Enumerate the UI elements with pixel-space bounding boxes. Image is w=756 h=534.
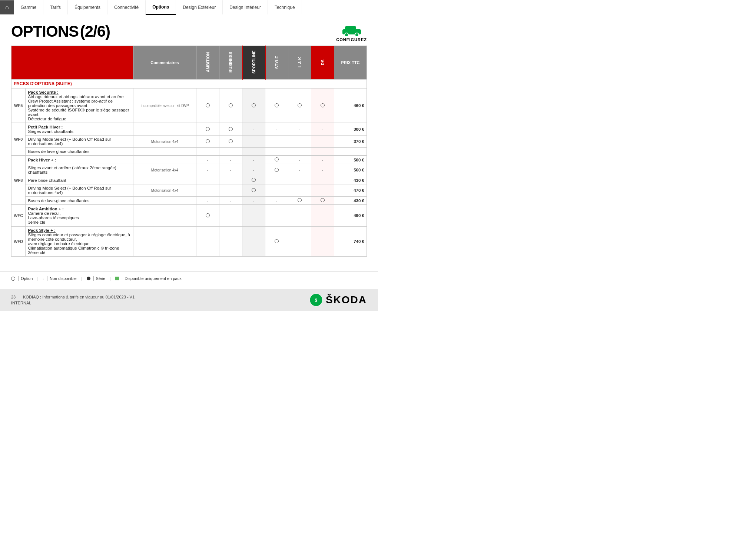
- section-title: PACKS D'OPTIONS (Suite): [11, 80, 367, 89]
- val-wfd-style: [265, 226, 288, 257]
- pack-code-wf5: WF5: [11, 88, 26, 123]
- val-wf0-2-ambition: [196, 136, 219, 148]
- pack-code-wf8: WF8: [11, 156, 26, 205]
- val-wf0-2-rs: -: [311, 136, 334, 148]
- table-row: Buses de lave-glace chauffantes - - - - …: [11, 148, 367, 156]
- table-row: WF5 Pack Sécurité : Airbags rideaux et a…: [11, 88, 367, 123]
- val-wfd-business: -: [219, 226, 242, 257]
- val-wf5-ambition: [196, 88, 219, 123]
- val-wf0-1-lk: -: [288, 123, 311, 136]
- section-header: PACKS D'OPTIONS (Suite): [11, 80, 367, 89]
- val-wf5-rs: [311, 88, 334, 123]
- home-button[interactable]: ⌂: [0, 0, 14, 14]
- pack-desc-wfc: Pack Ambition + : Caméra de recul, Lave-…: [26, 205, 133, 226]
- table-row: WFD Pack Style + : Sièges conducteur et …: [11, 226, 367, 257]
- legend-option-symbol: [11, 277, 15, 281]
- prix-wfd: 740 €: [334, 226, 367, 257]
- col-ambition: AMBITION: [196, 46, 219, 80]
- pack-desc-wfd: Pack Style + : Sièges conducteur et pass…: [26, 226, 133, 257]
- val-wfd-sportline: -: [242, 226, 265, 257]
- comment-wf0-1: [133, 123, 196, 136]
- comment-wfd: [133, 226, 196, 257]
- val-wfc-sportline: -: [242, 205, 265, 226]
- top-navigation: ⌂ Gamme Tarifs Équipements Connectivité …: [0, 0, 378, 15]
- nav-connectivite[interactable]: Connectivité: [107, 0, 146, 14]
- brand-name: ŠKODA: [326, 294, 367, 306]
- pack-code-wfd: WFD: [11, 226, 26, 257]
- val-wf0-2-sportline: -: [242, 136, 265, 148]
- pack-desc-wf5: Pack Sécurité : Airbags rideaux et airba…: [26, 88, 133, 123]
- pack-desc-wf8-1: Pack Hiver + :: [26, 156, 133, 164]
- pack-desc-wf0-1: Petit Pack Hiver : Sièges avant chauffan…: [26, 123, 133, 136]
- comment-wf0-3: [133, 148, 196, 156]
- val-wfd-ambition: -: [196, 226, 219, 257]
- val-wf5-style: [265, 88, 288, 123]
- prix-wf8-3: 430 €: [334, 176, 367, 184]
- col-lk: L & K: [288, 46, 311, 80]
- nav-technique[interactable]: Technique: [268, 0, 302, 14]
- legend-pack-label: Disponible uniquement en pack: [122, 276, 182, 281]
- val-wfc-ambition: [196, 205, 219, 226]
- page-footer: 23 KODIAQ : Informations & tarifs en vig…: [0, 289, 378, 311]
- nav-tarifs[interactable]: Tarifs: [43, 0, 68, 14]
- table-row: Driving Mode Select (+ Bouton Off Road s…: [11, 136, 367, 148]
- legend-unavailable-label: Non disponible: [47, 276, 77, 281]
- nav-equipements[interactable]: Équipements: [68, 0, 107, 14]
- pack-desc-wf8-2: Sièges avant et arrière (latéraux 2ème r…: [26, 164, 133, 176]
- svg-rect-1: [345, 26, 356, 31]
- table-row: WF8 Pack Hiver + : - - - - - 500 €: [11, 156, 367, 164]
- prix-wf8-5: 430 €: [334, 197, 367, 205]
- val-wf5-business: [219, 88, 242, 123]
- val-wf5-lk: [288, 88, 311, 123]
- col-prix: PRIX TTC: [334, 46, 367, 80]
- comment-wfc: [133, 205, 196, 226]
- svg-text:Š: Š: [315, 298, 317, 303]
- prix-wf8-1: 500 €: [334, 156, 367, 164]
- table-row: WFC Pack Ambition + : Caméra de recul, L…: [11, 205, 367, 226]
- legend-series-symbol: [87, 277, 90, 280]
- val-wf0-1-rs: -: [311, 123, 334, 136]
- footer-right: Š ŠKODA: [309, 293, 367, 307]
- legend-pack-symbol: [115, 277, 119, 280]
- home-icon: ⌂: [5, 4, 9, 11]
- val-wf0-2-style: -: [265, 136, 288, 148]
- nav-design-ext[interactable]: Design Extérieur: [176, 0, 223, 14]
- legend-unavailable-symbol: -: [43, 276, 44, 281]
- col-sportline: SPORTLINE: [242, 46, 265, 80]
- val-wfd-lk: -: [288, 226, 311, 257]
- main-content: Commentaires AMBITION BUSINESS SPORTLINE…: [0, 46, 378, 264]
- nav-design-int[interactable]: Design Intérieur: [223, 0, 268, 14]
- footer-internal: INTERNAL: [11, 301, 135, 305]
- col-style: STYLE: [265, 46, 288, 80]
- val-wf0-2-lk: -: [288, 136, 311, 148]
- comment-wf0-2: Motorisation 4x4: [133, 136, 196, 148]
- nav-options[interactable]: Options: [146, 0, 176, 15]
- page-header: OPTIONS (2/6) CONFIGUREZ: [0, 15, 378, 46]
- table-row: Buses de lave-glace chauffantes - - - - …: [11, 197, 367, 205]
- legend-option-label: Option: [18, 276, 33, 281]
- val-wfd-rs: -: [311, 226, 334, 257]
- pack-desc-wf8-4: Driving Mode Select (+ Bouton Off Road s…: [26, 184, 133, 197]
- prix-wf0-3: [334, 148, 367, 156]
- prix-wf8-2: 560 €: [334, 164, 367, 176]
- val-wf0-2-business: [219, 136, 242, 148]
- legend-unavailable: - Non disponible: [43, 276, 76, 281]
- page-number: 23: [11, 295, 16, 299]
- col-business: BUSINESS: [219, 46, 242, 80]
- svg-point-3: [355, 33, 359, 37]
- val-wf0-1-style: -: [265, 123, 288, 136]
- table-row: Pare-brise chauffant - - - - - 430 €: [11, 176, 367, 184]
- prix-wf0-2: 370 €: [334, 136, 367, 148]
- col-commentaires: Commentaires: [133, 46, 196, 80]
- car-icon: [341, 23, 363, 37]
- comment-wf5: Incompatible avec un kit DVP: [133, 88, 196, 123]
- pack-code-wfc: WFC: [11, 205, 26, 226]
- prix-wfc: 490 €: [334, 205, 367, 226]
- pack-desc-wf8-5: Buses de lave-glace chauffantes: [26, 197, 133, 205]
- configurez-label: CONFIGUREZ: [336, 37, 367, 42]
- options-table: Commentaires AMBITION BUSINESS SPORTLINE…: [11, 46, 367, 257]
- legend-series-label: Série: [93, 276, 106, 281]
- footer-info: KODIAQ : Informations & tarifs en vigueu…: [23, 295, 135, 299]
- configurez-button[interactable]: CONFIGUREZ: [336, 23, 367, 42]
- nav-gamme[interactable]: Gamme: [14, 0, 44, 14]
